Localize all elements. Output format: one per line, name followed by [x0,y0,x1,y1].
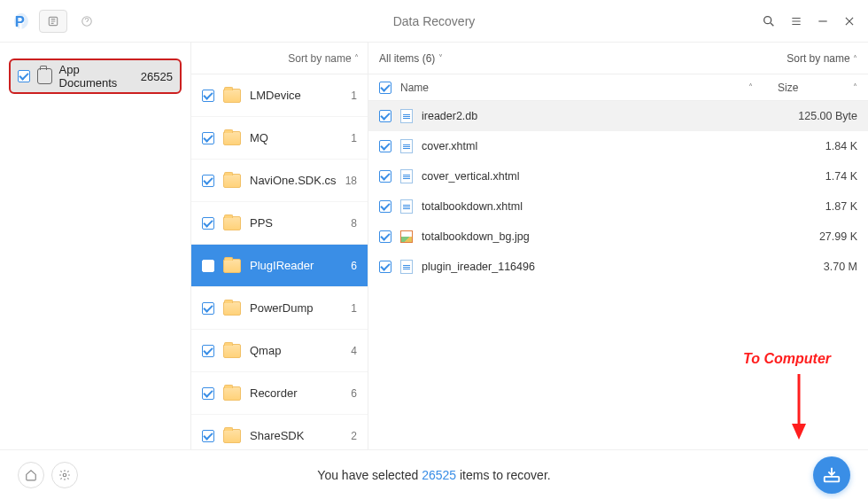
folder-count: 18 [345,175,357,187]
file-size: 27.99 K [778,230,857,243]
document-file-icon [400,139,413,153]
folder-checkbox[interactable] [202,260,214,272]
folder-item[interactable]: ShareSDK2 [191,415,368,449]
download-icon [822,465,841,485]
file-checkbox[interactable] [379,140,391,152]
file-size: 3.70 M [778,261,857,273]
folder-count: 4 [351,345,357,357]
file-name: cover_vertical.xhtml [422,170,769,183]
footer-message: You have selected 26525 items to recover… [317,468,550,482]
document-file-icon [400,260,413,274]
folder-item[interactable]: PPS8 [191,202,368,245]
folder-checkbox[interactable] [202,387,214,400]
folder-count: 2 [351,430,357,442]
file-row[interactable]: totalbookdown.xhtml1.87 K [368,191,868,222]
file-name: totalbookdown_bg.jpg [422,230,769,243]
folder-name: ShareSDK [250,429,304,442]
folder-count: 1 [351,90,357,102]
home-button[interactable] [18,462,44,488]
window-title: Data Recovery [393,14,476,28]
image-file-icon [400,230,413,243]
folder-sort-header[interactable]: Sort by name ˄ [191,43,368,74]
folder-name: PowerDump [250,301,314,315]
folder-list[interactable]: LMDevice1MQ1NaviOne.SDK.cs18PPS8PlugIRea… [191,74,368,449]
file-row[interactable]: cover_vertical.xhtml1.74 K [368,161,868,191]
svg-text:P: P [15,13,25,29]
folder-name: Recorder [250,386,297,400]
file-size: 125.00 Byte [778,110,857,122]
all-items-label[interactable]: All items (6) [379,52,435,65]
folder-checkbox[interactable] [202,90,214,102]
folder-name: MQ [250,131,268,144]
folder-count: 6 [351,260,357,272]
file-sort[interactable]: Sort by name ˄ [787,52,857,65]
folder-item[interactable]: NaviOne.SDK.cs18 [191,160,368,202]
settings-button[interactable] [51,462,78,488]
file-checkbox[interactable] [379,110,391,122]
svg-rect-7 [825,476,840,481]
file-name: cover.xhtml [422,140,769,152]
file-header: All items (6) ˅ Sort by name ˄ [368,43,868,74]
folder-count: 1 [351,302,357,315]
folder-checkbox[interactable] [202,132,214,144]
name-column-header[interactable]: Name˄ [400,82,769,94]
document-file-icon [400,199,413,214]
folder-item[interactable]: MQ1 [191,117,368,160]
appdoc-label: App Documents [59,63,134,90]
search-icon[interactable] [762,14,776,28]
file-row[interactable]: plugin_ireader_1164963.70 M [368,252,868,282]
chevron-up-icon: ˄ [853,82,857,92]
appdoc-count: 26525 [141,70,173,83]
chevron-down-icon[interactable]: ˅ [438,53,443,63]
file-row[interactable]: totalbookdown_bg.jpg27.99 K [368,222,868,252]
file-size: 1.74 K [778,170,857,183]
close-icon[interactable] [843,15,856,27]
file-list[interactable]: ireader2.db125.00 Bytecover.xhtml1.84 Kc… [368,101,868,449]
folder-checkbox[interactable] [202,217,214,230]
file-checkbox[interactable] [379,170,391,183]
file-row[interactable]: cover.xhtml1.84 K [368,131,868,161]
folder-checkbox[interactable] [202,175,214,187]
folder-name: PPS [250,216,273,230]
chevron-up-icon: ˄ [748,82,753,92]
file-size: 1.84 K [778,140,857,152]
folder-checkbox[interactable] [202,302,214,315]
file-checkbox[interactable] [379,200,391,213]
folder-item[interactable]: PowerDump1 [191,287,368,330]
folder-icon [223,89,241,103]
toolbar-btn-2[interactable] [73,10,101,33]
file-checkbox[interactable] [379,230,391,243]
folder-icon [223,301,241,316]
folder-name: Qmap [250,344,281,357]
app-documents-category[interactable]: App Documents 26525 [9,58,182,94]
toolbar-btn-1[interactable] [39,10,67,33]
svg-point-3 [764,16,771,23]
title-bar: P Data Recovery [0,0,868,43]
export-to-computer-button[interactable] [813,456,850,494]
folder-item[interactable]: Recorder6 [191,372,368,415]
documents-icon [37,68,52,84]
folder-icon [223,174,241,188]
folder-icon [223,344,241,358]
folder-name: PlugIReader [250,259,314,272]
folder-column: Sort by name ˄ LMDevice1MQ1NaviOne.SDK.c… [190,43,368,449]
document-file-icon [400,169,413,183]
select-all-checkbox[interactable] [379,82,391,94]
file-row[interactable]: ireader2.db125.00 Byte [368,101,868,131]
file-size: 1.87 K [778,200,857,213]
folder-item[interactable]: PlugIReader6 [191,245,368,287]
folder-item[interactable]: LMDevice1 [191,74,368,117]
file-checkbox[interactable] [379,261,391,273]
folder-checkbox[interactable] [202,430,214,442]
file-column-headers: Name˄ Size˄ [368,74,868,101]
folder-icon [223,216,241,230]
file-column: All items (6) ˅ Sort by name ˄ Name˄ Siz… [368,43,868,449]
folder-checkbox[interactable] [202,345,214,357]
menu-icon[interactable] [790,15,802,27]
size-column-header[interactable]: Size˄ [778,82,857,94]
folder-count: 8 [351,217,357,230]
folder-icon [223,429,241,443]
folder-item[interactable]: Qmap4 [191,330,368,372]
appdoc-checkbox[interactable] [18,70,30,82]
minimize-icon[interactable] [817,15,829,27]
